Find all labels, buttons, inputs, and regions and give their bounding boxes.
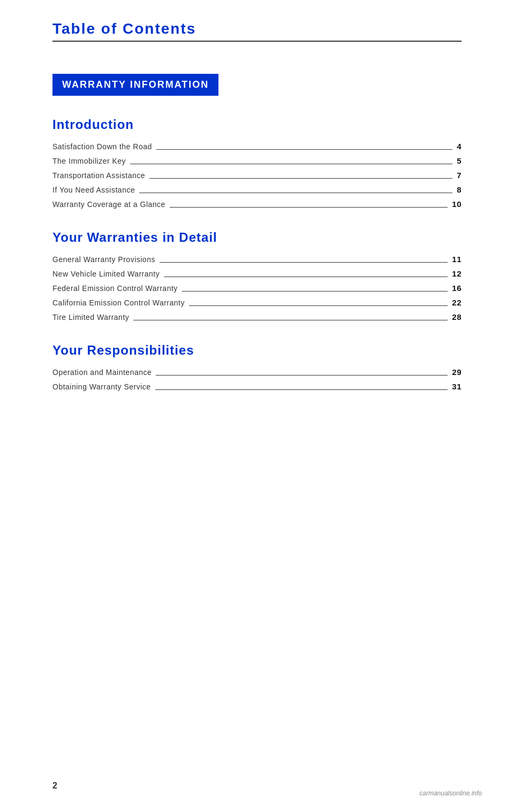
toc-item: The Immobilizer Key5 [52, 156, 462, 165]
toc-item: Operation and Maintenance29 [52, 367, 462, 377]
toc-item-page: 5 [457, 156, 462, 165]
toc-item: Obtaining Warranty Service31 [52, 382, 462, 391]
toc-item-label: Warranty Coverage at a Glance [52, 200, 165, 209]
toc-section-introduction: IntroductionSatisfaction Down the Road4T… [52, 117, 462, 209]
toc-item-label: Tire Limited Warranty [52, 313, 129, 321]
toc-section-warranties-in-detail: Your Warranties in DetailGeneral Warrant… [52, 230, 462, 321]
title-divider [52, 41, 462, 42]
toc-item-dots [182, 291, 448, 292]
toc-item: Satisfaction Down the Road4 [52, 142, 462, 151]
toc-item-page: 10 [452, 200, 462, 209]
toc-item-label: Operation and Maintenance [52, 368, 152, 377]
toc-item-dots [130, 164, 452, 164]
toc-item-label: New Vehicle Limited Warranty [52, 270, 160, 278]
toc-item-dots [156, 149, 452, 150]
toc-item-page: 12 [452, 269, 462, 278]
toc-item-page: 4 [457, 142, 462, 151]
toc-item-dots [155, 389, 448, 390]
toc-item-dots [133, 320, 448, 320]
toc-item-label: Federal Emission Control Warranty [52, 284, 178, 293]
toc-item-page: 7 [457, 171, 462, 180]
section-heading-responsibilities: Your Responsibilities [52, 343, 462, 358]
toc-item-page: 16 [452, 284, 462, 293]
toc-item: Warranty Coverage at a Glance10 [52, 200, 462, 209]
toc-item-dots [164, 277, 448, 277]
toc-item: If You Need Assistance8 [52, 185, 462, 194]
toc-item-label: The Immobilizer Key [52, 157, 126, 165]
toc-item-label: Satisfaction Down the Road [52, 142, 152, 151]
toc-item-label: General Warranty Provisions [52, 255, 155, 264]
toc-sections: IntroductionSatisfaction Down the Road4T… [52, 117, 462, 391]
section-heading-introduction: Introduction [52, 117, 462, 132]
toc-item-dots [149, 178, 452, 179]
page-number: 2 [52, 781, 57, 791]
toc-item-page: 11 [452, 255, 462, 264]
toc-item-dots [160, 262, 448, 263]
toc-item-page: 31 [452, 382, 462, 391]
watermark: carmanualsonline.info [419, 790, 482, 797]
toc-item: General Warranty Provisions11 [52, 255, 462, 264]
toc-item-label: Transportation Assistance [52, 171, 145, 180]
toc-item: New Vehicle Limited Warranty12 [52, 269, 462, 278]
page-title: Table of Contents [52, 20, 462, 37]
toc-item-label: California Emission Control Warranty [52, 298, 185, 307]
toc-item-dots [170, 207, 448, 208]
toc-item-label: Obtaining Warranty Service [52, 382, 151, 391]
toc-item: California Emission Control Warranty22 [52, 298, 462, 307]
toc-item-page: 28 [452, 312, 462, 321]
toc-item-dots [189, 305, 448, 306]
toc-item-page: 22 [452, 298, 462, 307]
toc-item-dots [156, 375, 448, 376]
page: Table of Contents WARRANTY INFORMATION I… [0, 0, 514, 812]
toc-item: Transportation Assistance7 [52, 171, 462, 180]
warranty-banner: WARRANTY INFORMATION [52, 74, 218, 96]
toc-item-page: 29 [452, 367, 462, 377]
toc-item-page: 8 [457, 185, 462, 194]
section-heading-warranties-in-detail: Your Warranties in Detail [52, 230, 462, 245]
toc-item-label: If You Need Assistance [52, 186, 135, 194]
toc-section-responsibilities: Your ResponsibilitiesOperation and Maint… [52, 343, 462, 391]
toc-item-dots [139, 193, 452, 193]
toc-item: Tire Limited Warranty28 [52, 312, 462, 321]
toc-item: Federal Emission Control Warranty16 [52, 284, 462, 293]
